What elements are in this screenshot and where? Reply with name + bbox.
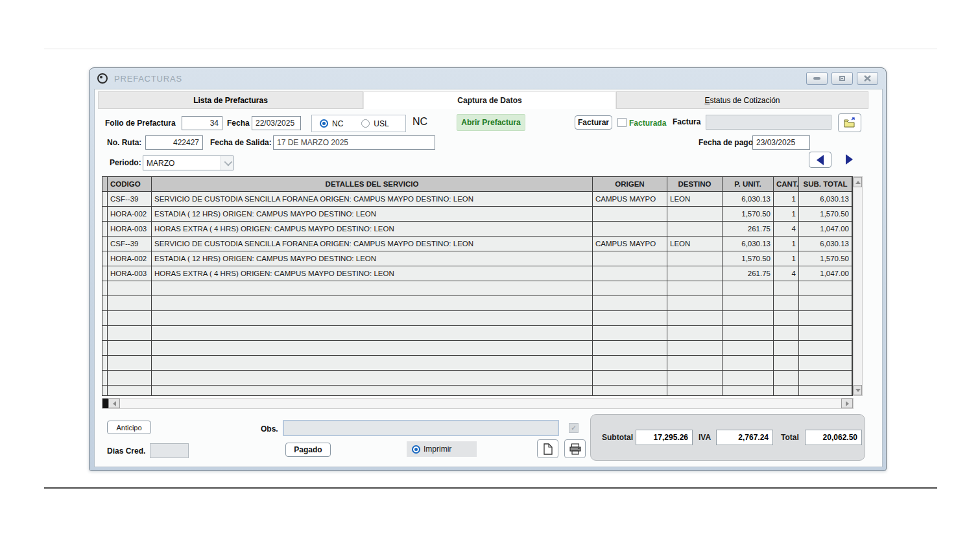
- cell: [774, 386, 799, 396]
- cell: [152, 311, 593, 326]
- obs-input[interactable]: [283, 420, 559, 436]
- close-button[interactable]: [857, 72, 878, 85]
- dias-cred-input[interactable]: [150, 443, 189, 458]
- table-row[interactable]: [102, 311, 852, 326]
- column-header: CANT.: [774, 177, 799, 192]
- row-selector[interactable]: [102, 207, 108, 222]
- fecha-input[interactable]: [252, 116, 301, 130]
- subtotal-input[interactable]: [636, 430, 693, 445]
- fecha-pago-input[interactable]: [752, 135, 810, 150]
- abrir-prefactura-button[interactable]: Abrir Prefactura: [457, 114, 525, 131]
- table-row[interactable]: [102, 326, 852, 341]
- row-selector[interactable]: [102, 251, 108, 266]
- cell: [799, 326, 852, 341]
- cell: [152, 296, 593, 311]
- print-button[interactable]: [564, 439, 586, 458]
- cell: HORA-002: [108, 207, 152, 222]
- cell: [108, 371, 152, 386]
- table-row[interactable]: [102, 356, 852, 371]
- total-label: Total: [781, 433, 799, 442]
- tab-lista-de-prefacturas[interactable]: Lista de Prefacturas: [98, 91, 363, 109]
- tab-estatus-de-cotizacion[interactable]: Estatus de Cotización: [616, 91, 868, 109]
- table-row[interactable]: [102, 341, 852, 356]
- imprimir-option[interactable]: Imprimir: [407, 441, 477, 457]
- tab-captura-de-datos[interactable]: Captura de Datos: [363, 91, 616, 109]
- client-area: Lista de Prefacturas Captura de Datos Es…: [94, 89, 883, 467]
- scroll-left-button[interactable]: [108, 399, 120, 408]
- table-row[interactable]: CSF--39SERVICIO DE CUSTODIA SENCILLA FOR…: [102, 237, 852, 251]
- hscroll-thumb[interactable]: [102, 399, 108, 408]
- factura-input[interactable]: [706, 115, 831, 130]
- facturada-checkbox[interactable]: [617, 118, 627, 127]
- table-horizontal-scrollbar[interactable]: [102, 398, 854, 409]
- minimize-button[interactable]: [806, 72, 828, 85]
- cell: [667, 207, 723, 222]
- cell: CAMPUS MAYPO: [593, 192, 667, 207]
- maximize-button[interactable]: [831, 72, 853, 85]
- cell: [774, 296, 799, 311]
- table-row[interactable]: HORA-003HORAS EXTRA ( 4 HRS) ORIGEN: CAM…: [102, 222, 852, 237]
- cell: [799, 386, 852, 396]
- radio-usl[interactable]: [361, 119, 370, 128]
- hscroll-track[interactable]: [120, 399, 841, 408]
- new-document-button[interactable]: [537, 439, 558, 458]
- scroll-down-button[interactable]: [854, 385, 862, 395]
- cell: [593, 251, 667, 266]
- folio-input[interactable]: [182, 116, 222, 130]
- radio-nc[interactable]: [320, 119, 328, 128]
- iva-input[interactable]: [716, 430, 773, 445]
- cell: [799, 281, 852, 296]
- fecha-salida-input[interactable]: [273, 135, 435, 150]
- total-input[interactable]: [805, 430, 862, 445]
- cell: [108, 356, 152, 371]
- table-row[interactable]: CSF--39SERVICIO DE CUSTODIA SENCILLA FOR…: [102, 192, 852, 207]
- row-selector[interactable]: [102, 326, 108, 341]
- cell: 1: [774, 207, 799, 222]
- row-selector[interactable]: [102, 192, 108, 207]
- open-factura-button[interactable]: [838, 113, 861, 132]
- subtotal-label: Subtotal: [602, 433, 633, 442]
- scroll-up-button[interactable]: [854, 177, 862, 187]
- periodo-select[interactable]: MARZO: [143, 156, 233, 170]
- cell: 6,030.13: [799, 237, 852, 251]
- prev-record-button[interactable]: [809, 152, 831, 168]
- row-selector[interactable]: [102, 237, 108, 251]
- cell: [593, 266, 667, 281]
- cell: [723, 341, 774, 356]
- obs-checkbox[interactable]: ✓: [569, 423, 579, 433]
- column-header: DETALLES DEL SERVICIO: [152, 177, 593, 192]
- table-row[interactable]: HORA-002ESTADIA ( 12 HRS) ORIGEN: CAMPUS…: [102, 251, 852, 266]
- table-row[interactable]: [102, 296, 852, 311]
- cell: [723, 371, 774, 386]
- row-selector[interactable]: [102, 356, 108, 371]
- table-row[interactable]: HORA-003HORAS EXTRA ( 4 HRS) ORIGEN: CAM…: [102, 266, 852, 281]
- top-divider: [44, 49, 937, 49]
- cell: HORA-003: [108, 266, 152, 281]
- imprimir-radio[interactable]: [412, 445, 420, 454]
- facturar-button[interactable]: Facturar: [575, 115, 612, 130]
- pagado-button[interactable]: Pagado: [285, 443, 331, 457]
- row-selector[interactable]: [102, 341, 108, 356]
- no-ruta-input[interactable]: [145, 135, 203, 150]
- table-row[interactable]: HORA-002ESTADIA ( 12 HRS) ORIGEN: CAMPUS…: [102, 207, 852, 222]
- row-selector[interactable]: [102, 311, 108, 326]
- row-selector[interactable]: [102, 296, 108, 311]
- table-row[interactable]: [102, 386, 852, 396]
- row-selector[interactable]: [102, 222, 108, 237]
- cell: 1,570.50: [723, 207, 774, 222]
- next-record-button[interactable]: [846, 154, 853, 165]
- row-selector[interactable]: [102, 386, 108, 396]
- anticipo-button[interactable]: Anticipo: [107, 421, 151, 434]
- table-row[interactable]: [102, 371, 852, 386]
- table-vertical-scrollbar[interactable]: [853, 176, 863, 396]
- row-selector[interactable]: [102, 371, 108, 386]
- radio-usl-label: USL: [374, 119, 388, 128]
- cell: [799, 296, 852, 311]
- cell: [152, 326, 593, 341]
- table-row[interactable]: [102, 281, 852, 296]
- row-selector[interactable]: [102, 266, 108, 281]
- cell: 4: [774, 266, 799, 281]
- row-selector[interactable]: [102, 281, 108, 296]
- scroll-right-button[interactable]: [841, 399, 853, 408]
- iva-label: IVA: [699, 433, 711, 442]
